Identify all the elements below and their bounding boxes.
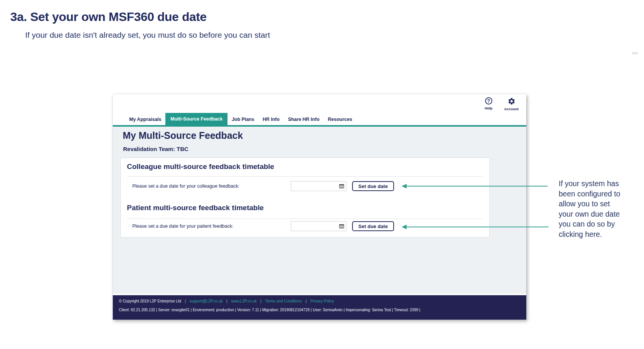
footer-separator: |	[260, 299, 261, 303]
annotation-arrowhead-icon	[402, 184, 407, 188]
patient-date-input-wrap	[291, 221, 346, 231]
annotation-line: clicking here.	[559, 229, 644, 240]
annotation-arrow-line-colleague	[406, 186, 548, 187]
stray-dash-decoration	[632, 52, 638, 54]
app-header: ? Help Account My Appraisals Multi-Sourc…	[113, 94, 526, 127]
tab-multi-source-feedback[interactable]: Multi-Source Feedback	[165, 113, 227, 125]
app-content: My Multi-Source Feedback Revalidation Te…	[113, 127, 526, 294]
footer-separator: |	[306, 299, 307, 303]
colleague-section-heading: Colleague multi-source feedback timetabl…	[127, 162, 274, 171]
colleague-set-due-date-button[interactable]: Set due date	[352, 181, 394, 191]
colleague-due-date-input[interactable]	[291, 181, 346, 191]
page-title: 3a. Set your own MSF360 due date	[10, 10, 207, 24]
tab-bar: My Appraisals Multi-Source Feedback Job …	[125, 113, 356, 125]
patient-due-date-row: Please set a due date for your patient f…	[121, 221, 489, 231]
tab-resources[interactable]: Resources	[324, 114, 356, 125]
patient-due-date-input[interactable]	[291, 221, 346, 231]
tab-hr-info[interactable]: HR Info	[258, 114, 284, 125]
patient-set-due-date-button[interactable]: Set due date	[352, 221, 394, 231]
annotation-line: you can do so by	[559, 219, 644, 229]
tab-share-hr-info[interactable]: Share HR Info	[284, 114, 324, 125]
annotation-arrowhead-icon	[402, 225, 407, 229]
footer-link-terms[interactable]: Terms and Conditions	[265, 299, 302, 303]
divider	[127, 219, 482, 219]
account-label: Account	[504, 107, 519, 111]
gear-icon	[508, 97, 516, 105]
footer-separator: |	[185, 299, 186, 303]
tab-my-appraisals[interactable]: My Appraisals	[125, 114, 165, 125]
patient-due-date-label: Please set a due date for your patient f…	[132, 224, 233, 229]
help-button[interactable]: ? Help	[479, 97, 498, 111]
patient-section-heading: Patient multi-source feedback timetable	[127, 204, 264, 212]
annotation-text: If your system has been configured to al…	[559, 179, 644, 239]
help-icon: ?	[485, 97, 492, 105]
app-footer: © Copyright 2019 L2P Enterprise Ltd | su…	[113, 295, 526, 320]
account-button[interactable]: Account	[502, 97, 521, 111]
annotation-line: allow you to set	[559, 199, 644, 209]
colleague-date-input-wrap	[291, 181, 346, 191]
calendar-icon[interactable]	[339, 184, 344, 189]
footer-separator: |	[226, 299, 227, 303]
footer-link-support-email[interactable]: support@L2P.co.uk	[190, 299, 223, 303]
revalidation-team: Revalidation Team: TBC	[123, 146, 188, 152]
tab-job-plans[interactable]: Job Plans	[227, 114, 258, 125]
colleague-due-date-label: Please set a due date for your colleague…	[132, 183, 239, 189]
content-title: My Multi-Source Feedback	[123, 130, 243, 141]
copyright-text: © Copyright 2019 L2P Enterprise Ltd	[119, 299, 181, 303]
annotation-line: If your system has	[559, 179, 644, 189]
help-label: Help	[485, 106, 493, 110]
app-window: ? Help Account My Appraisals Multi-Sourc…	[113, 94, 526, 320]
annotation-arrow-line-patient	[406, 227, 549, 227]
feedback-timetable-panel: Colleague multi-source feedback timetabl…	[120, 158, 490, 238]
footer-link-website[interactable]: www.L2P.co.uk	[231, 299, 256, 303]
footer-status-line: Client: 92.21.205.132 | Server: enargite…	[119, 308, 420, 312]
calendar-icon[interactable]	[339, 224, 344, 229]
annotation-line: your own due date	[559, 209, 644, 219]
header-icons: ? Help Account	[479, 97, 521, 111]
divider	[127, 176, 482, 177]
footer-links-row: © Copyright 2019 L2P Enterprise Ltd | su…	[119, 299, 334, 303]
annotation-line: been configured to	[559, 189, 644, 199]
page-subtitle: If your due date isn't already set, you …	[25, 31, 270, 40]
footer-link-privacy[interactable]: Privacy Policy	[310, 299, 334, 303]
